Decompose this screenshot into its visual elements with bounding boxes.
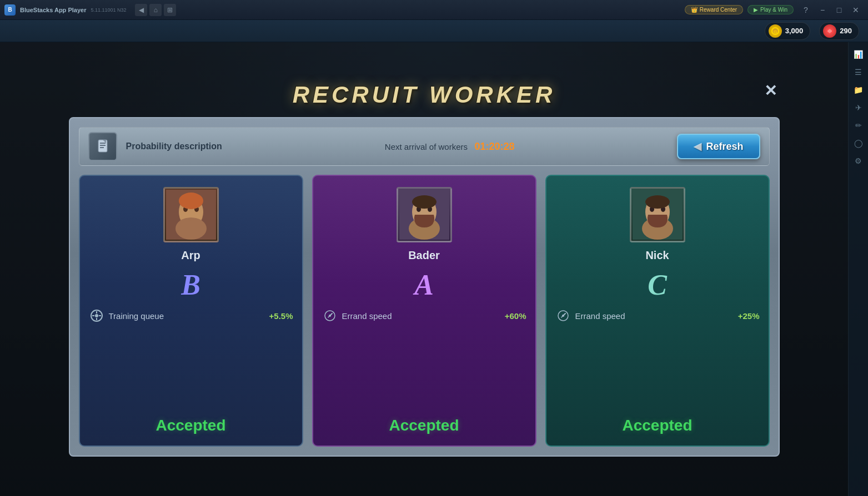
recruit-worker-modal: ✕ Recruit Worker: [69, 82, 780, 457]
sidebar-icon-edit[interactable]: ✏: [851, 118, 866, 133]
game-area: ✕ Recruit Worker: [0, 42, 868, 496]
bader-skill-name: Errand speed: [342, 311, 500, 321]
modal-title: Recruit Worker: [69, 82, 780, 108]
sidebar-icon-flight[interactable]: ✈: [851, 100, 866, 115]
nick-skill-name: Errand speed: [575, 311, 734, 321]
svg-point-35: [645, 195, 670, 209]
arp-status: Accepted: [155, 417, 225, 434]
nick-skill-value: +25%: [738, 311, 760, 321]
next-arrival-label: Next arrival of workers: [385, 142, 468, 151]
bader-status: Accepted: [389, 417, 459, 434]
nick-face-svg: [633, 190, 683, 240]
info-bar: Probability description Next arrival of …: [79, 127, 770, 166]
timer-value: 01:20:28: [474, 141, 514, 152]
help-button[interactable]: ?: [798, 2, 814, 18]
worker-avatar-nick: [630, 187, 685, 242]
gold-currency: G 3,000: [765, 22, 811, 40]
refresh-label: Refresh: [706, 141, 743, 153]
modal-body: Probability description Next arrival of …: [69, 117, 780, 457]
worker-grade-arp: B: [181, 269, 200, 301]
worker-grade-nick: C: [648, 269, 667, 301]
back-button[interactable]: ◀: [135, 4, 147, 16]
crown-icon: 👑: [691, 7, 698, 13]
window-controls: ? − □ ✕: [798, 2, 864, 18]
svg-point-27: [412, 195, 436, 209]
titlebar-nav: ◀ ⌂ ⊞: [135, 4, 176, 16]
gem-icon: [823, 24, 836, 38]
right-sidebar: 📊 ☰ 📁 ✈ ✏ ◯ ⚙: [848, 42, 868, 496]
reward-center-button[interactable]: 👑 Reward Center: [685, 5, 743, 14]
modal-close-button[interactable]: ✕: [757, 77, 784, 104]
worker-grade-bader: A: [414, 269, 434, 301]
titlebar: B BlueStacks App Player 5.11.11001 N32 ◀…: [0, 0, 868, 20]
app-version: 5.11.11001 N32: [91, 7, 126, 13]
worker-card-bader[interactable]: Bader A Errand speed: [312, 175, 536, 447]
close-x-icon: ✕: [764, 82, 777, 100]
app-logo: B: [4, 4, 16, 16]
currency-bar: G 3,000 290: [0, 20, 868, 42]
worker-card-nick[interactable]: Nick C Errand speed: [545, 175, 770, 447]
svg-rect-6: [100, 143, 106, 144]
gem-amount: 290: [840, 27, 852, 35]
bader-skill-value: +60%: [505, 311, 526, 321]
worker-card-arp[interactable]: Arp B: [79, 175, 303, 447]
probability-icon[interactable]: [88, 132, 117, 161]
worker-skill-bader: Errand speed +60%: [322, 308, 526, 323]
svg-point-29: [329, 315, 331, 317]
probability-description-text: Probability description: [126, 141, 222, 151]
svg-rect-8: [100, 147, 104, 148]
nick-status: Accepted: [622, 417, 692, 434]
reward-center-label: Reward Center: [700, 7, 737, 13]
svg-text:G: G: [774, 29, 777, 34]
worker-name-bader: Bader: [408, 249, 440, 262]
refresh-button[interactable]: Refresh: [677, 134, 760, 159]
worker-skill-nick: Errand speed +25%: [555, 308, 760, 323]
modal-title-area: Recruit Worker: [69, 82, 780, 108]
sidebar-icon-chart[interactable]: 📊: [851, 47, 866, 62]
gold-icon: G: [769, 24, 782, 38]
arp-face-svg: [166, 190, 216, 240]
app-name: BlueStacks App Player: [20, 7, 86, 13]
worker-avatar-arp: [163, 187, 219, 242]
svg-rect-7: [100, 145, 106, 146]
sidebar-icon-circle[interactable]: ◯: [851, 135, 866, 151]
errand-speed-icon-nick: [555, 308, 571, 323]
home-button[interactable]: ⌂: [149, 4, 162, 16]
titlebar-right: 👑 Reward Center ▶ Play & Win ? − □ ✕: [685, 2, 864, 18]
bader-face-svg: [399, 190, 449, 240]
gold-amount: 3,000: [785, 27, 804, 35]
tabs-button[interactable]: ⊞: [164, 4, 176, 16]
worker-name-arp: Arp: [181, 249, 200, 262]
svg-point-37: [562, 315, 564, 317]
gem-currency: 290: [819, 22, 859, 40]
errand-speed-icon-bader: [322, 308, 338, 323]
svg-point-15: [179, 193, 203, 209]
arp-skill-value: +5.5%: [269, 311, 293, 321]
timer-section: Next arrival of workers 01:20:28: [231, 141, 669, 153]
sidebar-icon-settings[interactable]: ⚙: [851, 153, 866, 169]
worker-skill-arp: Training queue +5.5%: [89, 308, 293, 323]
modal-overlay: ✕ Recruit Worker: [0, 42, 848, 496]
close-button[interactable]: ✕: [848, 2, 864, 18]
minimize-button[interactable]: −: [815, 2, 830, 18]
svg-point-17: [95, 314, 98, 317]
restore-button[interactable]: □: [831, 2, 847, 18]
sidebar-icon-menu[interactable]: ☰: [851, 64, 866, 80]
worker-avatar-bader: [397, 187, 452, 242]
cards-container: Arp B: [79, 175, 770, 447]
document-icon: [95, 139, 111, 154]
arp-skill-name: Training queue: [109, 311, 265, 321]
play-win-button[interactable]: ▶ Play & Win: [747, 5, 794, 14]
training-queue-icon: [89, 308, 104, 323]
play-icon: ▶: [754, 7, 758, 13]
sidebar-icon-folder[interactable]: 📁: [851, 82, 866, 98]
worker-name-nick: Nick: [645, 249, 669, 262]
play-win-label: Play & Win: [760, 7, 787, 13]
